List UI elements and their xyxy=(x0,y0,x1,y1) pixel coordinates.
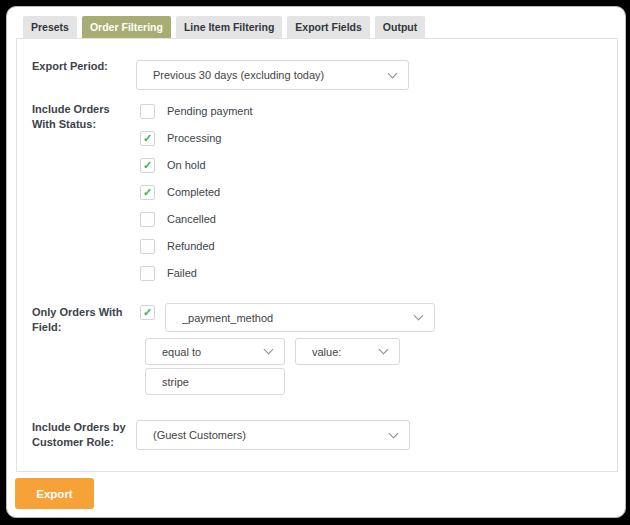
field-value-input[interactable] xyxy=(145,368,285,395)
tab-output[interactable]: Output xyxy=(375,16,425,38)
status-checkbox-pending-payment[interactable]: ✓ xyxy=(140,104,155,119)
status-row-processing: ✓ Processing xyxy=(140,131,221,146)
customer-role-value: (Guest Customers) xyxy=(153,429,390,441)
order-filtering-panel: Export Period: Previous 30 days (excludi… xyxy=(16,38,618,472)
status-option-label: Pending payment xyxy=(167,104,253,119)
field-name-select[interactable]: _payment_method xyxy=(165,303,435,332)
checkmark-icon: ✓ xyxy=(143,307,152,318)
status-checkbox-on-hold[interactable]: ✓ xyxy=(140,158,155,173)
chevron-down-icon xyxy=(414,311,424,321)
status-checkbox-cancelled[interactable]: ✓ xyxy=(140,212,155,227)
status-option-label: Cancelled xyxy=(167,212,216,227)
status-checkbox-processing[interactable]: ✓ xyxy=(140,131,155,146)
tab-presets[interactable]: Presets xyxy=(23,16,77,38)
checkmark-icon: ✓ xyxy=(143,187,152,198)
checkmark-icon: ✓ xyxy=(143,160,152,171)
field-filter-checkbox[interactable]: ✓ xyxy=(140,305,155,320)
status-option-label: Processing xyxy=(167,131,221,146)
customer-role-select[interactable]: (Guest Customers) xyxy=(136,420,410,450)
status-filter-label: Include Orders With Status: xyxy=(32,102,136,132)
field-operator-value: equal to xyxy=(162,346,265,358)
tab-order-filtering[interactable]: Order Filtering xyxy=(82,16,171,38)
chevron-down-icon xyxy=(388,68,398,78)
status-row-completed: ✓ Completed xyxy=(140,185,220,200)
status-row-failed: ✓ Failed xyxy=(140,266,197,281)
tab-line-item-filtering[interactable]: Line Item Filtering xyxy=(176,16,282,38)
field-name-value: _payment_method xyxy=(182,312,415,324)
status-row-on-hold: ✓ On hold xyxy=(140,158,206,173)
status-checkbox-failed[interactable]: ✓ xyxy=(140,266,155,281)
field-compare-select[interactable]: value: xyxy=(295,338,400,365)
field-compare-value: value: xyxy=(312,346,380,358)
chevron-down-icon xyxy=(389,428,399,438)
export-period-value: Previous 30 days (excluding today) xyxy=(153,69,389,81)
chevron-down-icon xyxy=(379,345,389,355)
field-operator-select[interactable]: equal to xyxy=(145,338,285,365)
status-row-pending-payment: ✓ Pending payment xyxy=(140,104,253,119)
tab-export-fields[interactable]: Export Fields xyxy=(287,16,370,38)
status-row-cancelled: ✓ Cancelled xyxy=(140,212,216,227)
status-option-label: On hold xyxy=(167,158,206,173)
status-checkbox-refunded[interactable]: ✓ xyxy=(140,239,155,254)
export-period-label: Export Period: xyxy=(32,59,136,74)
customer-role-label: Include Orders by Customer Role: xyxy=(32,420,136,450)
export-period-select[interactable]: Previous 30 days (excluding today) xyxy=(136,60,409,90)
checkmark-icon: ✓ xyxy=(143,133,152,144)
status-row-refunded: ✓ Refunded xyxy=(140,239,215,254)
export-plugin-window: Presets Order Filtering Line Item Filter… xyxy=(6,6,626,518)
status-option-label: Completed xyxy=(167,185,220,200)
status-checkbox-completed[interactable]: ✓ xyxy=(140,185,155,200)
chevron-down-icon xyxy=(264,345,274,355)
field-filter-label: Only Orders With Field: xyxy=(32,305,136,335)
status-option-label: Refunded xyxy=(167,239,215,254)
tab-bar: Presets Order Filtering Line Item Filter… xyxy=(23,16,425,38)
export-button[interactable]: Export xyxy=(15,478,94,509)
status-option-label: Failed xyxy=(167,266,197,281)
